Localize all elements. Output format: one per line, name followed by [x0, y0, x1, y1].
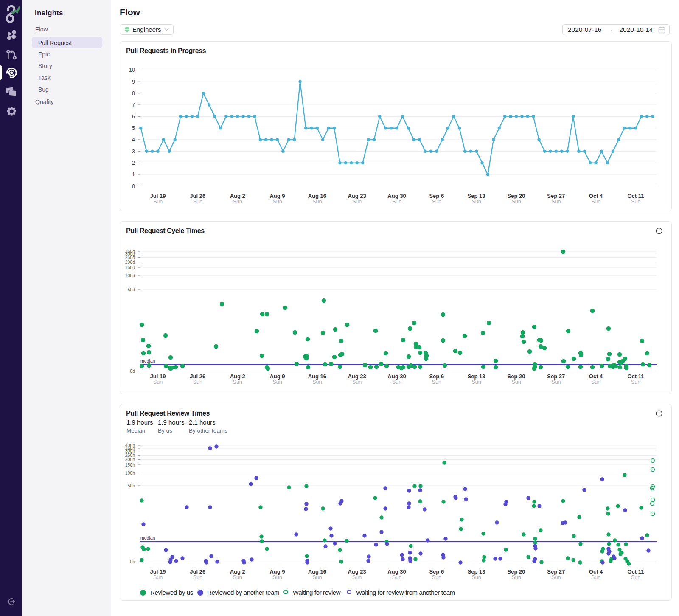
svg-text:Aug 23: Aug 23 — [348, 373, 366, 380]
svg-text:Sun: Sun — [233, 574, 242, 580]
svg-text:8: 8 — [132, 90, 135, 96]
svg-text:Sep 27: Sep 27 — [547, 193, 565, 199]
svg-text:Sep 13: Sep 13 — [468, 193, 485, 199]
svg-text:Sun: Sun — [392, 574, 401, 580]
svg-text:Sep 13: Sep 13 — [468, 373, 485, 380]
svg-text:Jul 26: Jul 26 — [190, 193, 205, 199]
svg-text:Oct 4: Oct 4 — [589, 373, 603, 380]
svg-text:4: 4 — [132, 137, 135, 143]
svg-text:Aug 9: Aug 9 — [269, 373, 285, 380]
svg-text:Aug 16: Aug 16 — [308, 568, 326, 575]
svg-text:Jul 26: Jul 26 — [190, 373, 205, 380]
svg-text:150d: 150d — [125, 265, 135, 270]
svg-text:50h: 50h — [127, 483, 135, 488]
svg-text:Sun: Sun — [551, 199, 561, 205]
svg-text:Aug 30: Aug 30 — [387, 373, 406, 380]
svg-text:150h: 150h — [125, 462, 135, 467]
svg-text:200h: 200h — [125, 457, 135, 462]
svg-text:Sun: Sun — [471, 379, 481, 385]
svg-text:5: 5 — [132, 125, 135, 131]
svg-text:Sun: Sun — [432, 199, 441, 205]
svg-text:Jul 19: Jul 19 — [150, 568, 166, 575]
svg-text:Jul 19: Jul 19 — [150, 193, 166, 199]
svg-text:Sun: Sun — [153, 574, 163, 580]
svg-text:Aug 16: Aug 16 — [308, 193, 326, 199]
svg-text:Sun: Sun — [392, 199, 401, 205]
svg-text:Sun: Sun — [471, 199, 481, 205]
svg-text:Sun: Sun — [551, 574, 561, 580]
svg-text:Sun: Sun — [631, 574, 640, 580]
svg-text:Sep 6: Sep 6 — [429, 568, 444, 575]
svg-text:1: 1 — [132, 172, 135, 177]
svg-text:Sun: Sun — [352, 199, 362, 205]
svg-text:Sun: Sun — [511, 379, 521, 385]
svg-text:50d: 50d — [127, 287, 135, 292]
svg-text:Sun: Sun — [153, 199, 163, 205]
svg-text:Sun: Sun — [591, 574, 600, 580]
svg-text:Sun: Sun — [153, 379, 163, 385]
svg-text:Sun: Sun — [312, 574, 322, 580]
svg-text:Sun: Sun — [193, 379, 202, 385]
svg-text:Sun: Sun — [631, 379, 640, 385]
svg-text:Sun: Sun — [631, 199, 640, 205]
svg-text:6: 6 — [132, 114, 135, 120]
svg-text:median: median — [140, 535, 155, 540]
svg-text:Sep 27: Sep 27 — [547, 568, 565, 575]
svg-text:9: 9 — [132, 79, 135, 85]
svg-text:Sep 13: Sep 13 — [468, 568, 485, 575]
svg-text:Oct 4: Oct 4 — [589, 568, 603, 575]
svg-text:Sun: Sun — [193, 199, 202, 205]
svg-text:Aug 16: Aug 16 — [308, 373, 326, 380]
svg-text:Sep 27: Sep 27 — [547, 373, 565, 380]
svg-text:Sun: Sun — [551, 379, 561, 385]
svg-text:median: median — [140, 358, 155, 363]
svg-text:Sep 20: Sep 20 — [508, 568, 525, 575]
svg-text:0: 0 — [132, 183, 135, 189]
svg-text:Sep 6: Sep 6 — [429, 373, 444, 380]
svg-text:Sun: Sun — [432, 379, 441, 385]
svg-text:Sun: Sun — [272, 379, 282, 385]
svg-text:0h: 0h — [130, 559, 135, 564]
svg-text:100h: 100h — [125, 470, 135, 475]
svg-text:Sun: Sun — [591, 379, 600, 385]
svg-text:3: 3 — [132, 149, 135, 155]
svg-text:Aug 2: Aug 2 — [230, 193, 245, 199]
svg-text:Sun: Sun — [432, 574, 441, 580]
svg-text:Sun: Sun — [312, 379, 322, 385]
svg-text:Sep 20: Sep 20 — [508, 193, 525, 199]
svg-text:Oct 11: Oct 11 — [627, 373, 644, 380]
svg-text:Aug 2: Aug 2 — [230, 568, 245, 575]
svg-text:Aug 30: Aug 30 — [387, 193, 406, 199]
svg-text:7: 7 — [132, 102, 135, 108]
svg-text:Sun: Sun — [233, 199, 242, 205]
svg-text:10: 10 — [129, 67, 135, 73]
svg-text:Sun: Sun — [272, 574, 282, 580]
svg-text:Sun: Sun — [511, 199, 521, 205]
svg-text:Aug 9: Aug 9 — [269, 193, 285, 199]
svg-text:Sep 6: Sep 6 — [429, 193, 444, 199]
svg-text:Sun: Sun — [471, 574, 481, 580]
svg-text:Sun: Sun — [352, 574, 362, 580]
svg-text:Oct 11: Oct 11 — [627, 568, 644, 575]
svg-text:100d: 100d — [125, 273, 135, 278]
svg-text:Sun: Sun — [233, 379, 242, 385]
svg-text:Aug 23: Aug 23 — [348, 193, 366, 199]
svg-text:Sun: Sun — [312, 199, 322, 205]
svg-text:Sun: Sun — [392, 379, 401, 385]
svg-text:2: 2 — [132, 160, 135, 166]
svg-text:Aug 9: Aug 9 — [269, 568, 285, 575]
svg-text:Sun: Sun — [272, 199, 282, 205]
svg-text:Oct 11: Oct 11 — [627, 193, 644, 199]
svg-text:0d: 0d — [130, 368, 135, 374]
svg-text:Jul 26: Jul 26 — [190, 568, 205, 575]
svg-text:Aug 30: Aug 30 — [387, 568, 406, 575]
svg-text:Sun: Sun — [591, 199, 600, 205]
svg-text:200d: 200d — [125, 259, 135, 264]
svg-text:Sep 20: Sep 20 — [508, 373, 525, 380]
svg-text:Jul 19: Jul 19 — [150, 373, 166, 380]
svg-text:Sun: Sun — [511, 574, 521, 580]
svg-text:Oct 4: Oct 4 — [589, 193, 603, 199]
svg-text:Sun: Sun — [193, 574, 202, 580]
svg-text:Aug 23: Aug 23 — [348, 568, 366, 575]
svg-text:Sun: Sun — [352, 379, 362, 385]
